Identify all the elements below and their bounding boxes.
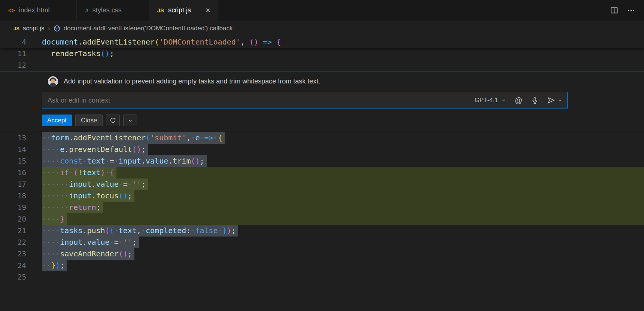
code-token: ; — [128, 249, 132, 258]
code-token: = — [114, 238, 119, 247]
line-number: 20 — [0, 213, 26, 225]
user-avatar — [48, 76, 58, 86]
code-token: => — [263, 37, 272, 46]
css-file-icon: # — [85, 7, 88, 13]
line-number: 11 — [0, 48, 26, 60]
chat-action-buttons: Accept Close — [42, 115, 644, 126]
code-line-24[interactable]: 24··}); — [0, 260, 644, 271]
code-token: . — [64, 145, 69, 154]
code-token: . — [78, 37, 82, 46]
tab-script.js[interactable]: JSscript.js× — [149, 0, 218, 21]
code-content: ····if·(!text)·{ — [42, 167, 644, 179]
microphone-icon[interactable] — [531, 97, 538, 104]
code-token: · — [218, 226, 222, 235]
code-content: ··}); — [42, 260, 644, 271]
code-line-21[interactable]: 21····tasks.push({·text,·completed:·fals… — [0, 225, 644, 237]
code-token: value — [87, 238, 109, 247]
code-token: . — [91, 180, 96, 189]
code-line-11[interactable]: 11 renderTasks(); — [0, 48, 644, 60]
code-line-23[interactable]: 23····saveAndRender(); — [0, 248, 644, 260]
editor-tab-bar: <>index.html×#styles.css×JSscript.js× — [0, 0, 644, 21]
code-token: ; — [128, 191, 132, 200]
code-token — [258, 37, 263, 46]
chat-input-box[interactable]: GPT-4.1 @ — [42, 92, 568, 109]
code-content — [42, 60, 644, 71]
edited-code-text: ····const·text·=·input.value.trim(); — [42, 155, 207, 167]
code-line-16[interactable]: 16····if·(!text)·{ — [0, 167, 644, 179]
code-content: document.addEventListener('DOMContentLoa… — [42, 36, 644, 48]
code-token: ···· — [42, 226, 60, 235]
accept-button[interactable]: Accept — [42, 115, 72, 126]
more-options-dropdown-button[interactable] — [123, 115, 137, 126]
code-token: ( — [73, 168, 78, 177]
code-token: = — [110, 156, 114, 165]
code-line-13[interactable]: 13··form.addEventListener('submit',·e·=>… — [0, 132, 644, 144]
code-token: { — [276, 37, 281, 46]
chat-input[interactable] — [48, 97, 474, 104]
code-content: ······return; — [42, 202, 644, 213]
rerun-request-button[interactable] — [106, 115, 120, 126]
line-number: 17 — [0, 179, 26, 190]
inserted-code-text: ······return; — [42, 202, 103, 213]
split-editor-icon[interactable] — [610, 6, 618, 14]
code-token: · — [119, 180, 123, 189]
inserted-code-text: ······input.focus(); — [42, 190, 134, 202]
code-token: input — [119, 156, 141, 165]
line-number: 21 — [0, 225, 26, 237]
code-token: . — [69, 133, 73, 142]
code-token: } — [60, 214, 64, 223]
code-token: · — [200, 133, 204, 142]
vscode-editor-window: <>index.html×#styles.css×JSscript.js× JS… — [0, 0, 644, 311]
inserted-code-text: ····if·(!text)·{ — [42, 167, 116, 179]
code-token: ; — [141, 145, 146, 154]
close-tab-icon[interactable]: × — [206, 6, 210, 15]
code-line-17[interactable]: 17······input.value·=·''; — [0, 179, 644, 190]
line-number: 16 — [0, 167, 26, 179]
code-token: () — [119, 249, 128, 258]
tab-index.html[interactable]: <>index.html× — [0, 0, 77, 21]
breadcrumb-chevron-icon: › — [48, 24, 50, 33]
code-token: 'DOMContentLoaded' — [159, 37, 240, 46]
code-token: form — [51, 133, 69, 142]
line-number: 15 — [0, 155, 26, 167]
attach-context-icon[interactable]: @ — [515, 96, 522, 105]
code-token: ( — [146, 133, 150, 142]
code-token: · — [105, 156, 110, 165]
send-button-group — [547, 97, 562, 104]
code-line-20[interactable]: 20····} — [0, 213, 644, 225]
breadcrumb-file[interactable]: script.js — [23, 25, 45, 32]
model-picker[interactable]: GPT-4.1 — [474, 97, 505, 104]
code-token: saveAndRender — [60, 249, 119, 258]
code-token: ) — [101, 168, 105, 177]
close-button[interactable]: Close — [75, 115, 103, 126]
code-line-25[interactable]: 25 — [0, 271, 644, 283]
code-token: { — [110, 226, 114, 235]
sticky-scroll-line[interactable]: 4document.addEventListener('DOMContentLo… — [0, 36, 644, 48]
line-number: 14 — [0, 144, 26, 155]
breadcrumb-symbol[interactable]: document.addEventListener('DOMContentLoa… — [64, 25, 233, 32]
code-token: () — [101, 49, 110, 58]
edited-code-text: ··}); — [42, 260, 67, 271]
tab-styles.css[interactable]: #styles.css× — [77, 0, 149, 21]
code-line-19[interactable]: 19······return; — [0, 202, 644, 213]
code-token: ···· — [42, 214, 60, 223]
code-line-18[interactable]: 18······input.focus(); — [0, 190, 644, 202]
code-line-12[interactable]: 12 — [0, 60, 644, 71]
code-token: e — [195, 133, 200, 142]
code-line-4[interactable]: 4document.addEventListener('DOMContentLo… — [0, 36, 644, 48]
code-content: ······input.value·=·''; — [42, 179, 644, 190]
send-dropdown-icon[interactable] — [558, 98, 562, 103]
chevron-down-icon — [501, 98, 506, 103]
code-line-14[interactable]: 14····e.preventDefault(); — [0, 144, 644, 155]
code-token: () — [119, 191, 128, 200]
code-line-15[interactable]: 15····const·text·=·input.value.trim(); — [0, 155, 644, 167]
inline-chat-widget: Add input validation to prevent adding e… — [0, 71, 644, 132]
code-token: ) — [227, 226, 231, 235]
code-token: ·· — [42, 261, 51, 270]
more-actions-icon[interactable] — [627, 6, 635, 14]
symbol-cube-icon — [54, 25, 60, 32]
code-token: , — [186, 133, 191, 142]
code-token: ·· — [42, 133, 51, 142]
code-line-22[interactable]: 22····input.value·=·''; — [0, 237, 644, 248]
send-icon[interactable] — [547, 97, 555, 104]
